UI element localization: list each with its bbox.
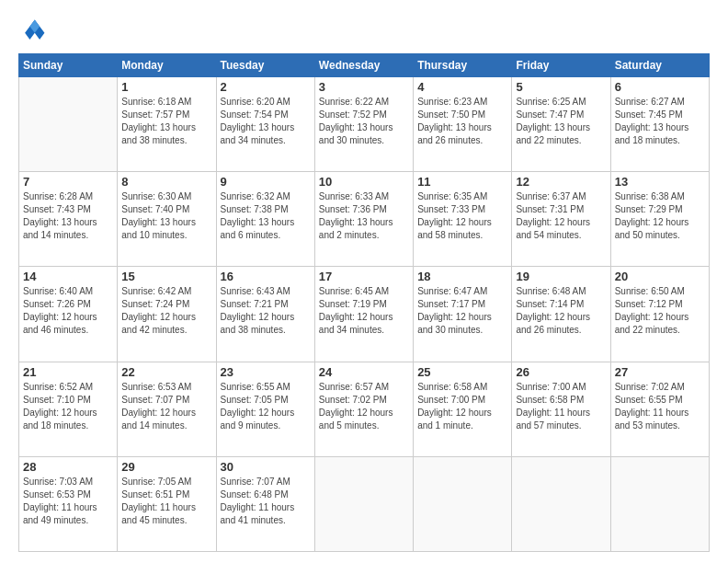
day-number: 5 [516, 80, 606, 94]
day-content: Sunrise: 6:28 AMSunset: 7:43 PMDaylight:… [23, 190, 113, 242]
day-number: 19 [516, 270, 606, 283]
logo [18, 17, 51, 46]
day-number: 4 [417, 80, 507, 94]
logo-icon [18, 17, 48, 46]
weekday-header: Saturday [610, 54, 709, 77]
calendar-cell: 11Sunrise: 6:35 AMSunset: 7:33 PMDayligh… [414, 172, 512, 267]
calendar-cell [414, 456, 512, 551]
calendar-cell: 6Sunrise: 6:27 AMSunset: 7:45 PMDaylight… [610, 77, 709, 172]
calendar-cell: 19Sunrise: 6:48 AMSunset: 7:14 PMDayligh… [512, 267, 610, 362]
calendar-cell: 1Sunrise: 6:18 AMSunset: 7:57 PMDaylight… [118, 77, 216, 172]
calendar-cell: 30Sunrise: 7:07 AMSunset: 6:48 PMDayligh… [216, 456, 314, 551]
day-content: Sunrise: 6:40 AMSunset: 7:26 PMDaylight:… [23, 285, 113, 337]
day-content: Sunrise: 6:20 AMSunset: 7:54 PMDaylight:… [221, 96, 311, 147]
day-number: 15 [121, 270, 211, 283]
day-number: 16 [221, 270, 311, 283]
day-content: Sunrise: 6:32 AMSunset: 7:38 PMDaylight:… [221, 190, 311, 242]
day-content: Sunrise: 6:53 AMSunset: 7:07 PMDaylight:… [121, 381, 211, 432]
calendar-week-row: 21Sunrise: 6:52 AMSunset: 7:10 PMDayligh… [19, 362, 710, 456]
day-content: Sunrise: 6:37 AMSunset: 7:31 PMDaylight:… [516, 190, 606, 242]
day-content: Sunrise: 6:38 AMSunset: 7:29 PMDaylight:… [615, 190, 705, 242]
calendar-cell [314, 456, 413, 551]
calendar-cell [610, 456, 709, 551]
calendar-cell: 23Sunrise: 6:55 AMSunset: 7:05 PMDayligh… [216, 362, 314, 456]
calendar-week-row: 1Sunrise: 6:18 AMSunset: 7:57 PMDaylight… [19, 77, 710, 172]
day-number: 24 [319, 365, 409, 379]
day-content: Sunrise: 6:48 AMSunset: 7:14 PMDaylight:… [516, 285, 606, 337]
day-number: 26 [516, 365, 606, 379]
day-number: 11 [417, 175, 507, 189]
calendar-cell [512, 456, 610, 551]
day-number: 14 [23, 270, 113, 283]
day-content: Sunrise: 6:55 AMSunset: 7:05 PMDaylight:… [221, 381, 311, 432]
calendar-cell: 17Sunrise: 6:45 AMSunset: 7:19 PMDayligh… [314, 267, 413, 362]
day-content: Sunrise: 6:23 AMSunset: 7:50 PMDaylight:… [417, 96, 507, 147]
calendar-cell: 26Sunrise: 7:00 AMSunset: 6:58 PMDayligh… [512, 362, 610, 456]
calendar-table: SundayMondayTuesdayWednesdayThursdayFrid… [18, 53, 710, 552]
calendar-cell: 15Sunrise: 6:42 AMSunset: 7:24 PMDayligh… [118, 267, 216, 362]
page-header [18, 17, 710, 46]
calendar-cell: 7Sunrise: 6:28 AMSunset: 7:43 PMDaylight… [19, 172, 118, 267]
calendar-cell: 8Sunrise: 6:30 AMSunset: 7:40 PMDaylight… [118, 172, 216, 267]
calendar-week-row: 28Sunrise: 7:03 AMSunset: 6:53 PMDayligh… [19, 456, 710, 551]
calendar-week-row: 7Sunrise: 6:28 AMSunset: 7:43 PMDaylight… [19, 172, 710, 267]
calendar-cell: 10Sunrise: 6:33 AMSunset: 7:36 PMDayligh… [314, 172, 413, 267]
day-content: Sunrise: 6:45 AMSunset: 7:19 PMDaylight:… [319, 285, 409, 337]
day-number: 25 [417, 365, 507, 379]
day-content: Sunrise: 6:58 AMSunset: 7:00 PMDaylight:… [417, 381, 507, 432]
calendar-cell: 22Sunrise: 6:53 AMSunset: 7:07 PMDayligh… [118, 362, 216, 456]
day-content: Sunrise: 7:07 AMSunset: 6:48 PMDaylight:… [221, 476, 311, 527]
day-content: Sunrise: 6:52 AMSunset: 7:10 PMDaylight:… [23, 381, 113, 432]
day-content: Sunrise: 6:50 AMSunset: 7:12 PMDaylight:… [615, 285, 705, 337]
day-number: 3 [319, 80, 409, 94]
calendar-cell: 14Sunrise: 6:40 AMSunset: 7:26 PMDayligh… [19, 267, 118, 362]
calendar-cell: 29Sunrise: 7:05 AMSunset: 6:51 PMDayligh… [118, 456, 216, 551]
weekday-header: Tuesday [216, 54, 314, 77]
calendar-cell: 20Sunrise: 6:50 AMSunset: 7:12 PMDayligh… [610, 267, 709, 362]
day-number: 13 [615, 175, 705, 189]
calendar-cell: 27Sunrise: 7:02 AMSunset: 6:55 PMDayligh… [610, 362, 709, 456]
day-number: 20 [615, 270, 705, 283]
day-content: Sunrise: 7:00 AMSunset: 6:58 PMDaylight:… [516, 381, 606, 432]
calendar-cell: 28Sunrise: 7:03 AMSunset: 6:53 PMDayligh… [19, 456, 118, 551]
day-number: 8 [121, 175, 211, 189]
weekday-header: Sunday [19, 54, 118, 77]
day-number: 28 [23, 460, 113, 474]
day-content: Sunrise: 6:18 AMSunset: 7:57 PMDaylight:… [121, 96, 211, 147]
calendar-cell: 18Sunrise: 6:47 AMSunset: 7:17 PMDayligh… [414, 267, 512, 362]
calendar-cell: 25Sunrise: 6:58 AMSunset: 7:00 PMDayligh… [414, 362, 512, 456]
day-number: 21 [23, 365, 113, 379]
day-content: Sunrise: 6:43 AMSunset: 7:21 PMDaylight:… [221, 285, 311, 337]
day-number: 27 [615, 365, 705, 379]
day-number: 30 [221, 460, 311, 474]
day-content: Sunrise: 6:57 AMSunset: 7:02 PMDaylight:… [319, 381, 409, 432]
day-content: Sunrise: 6:33 AMSunset: 7:36 PMDaylight:… [319, 190, 409, 242]
weekday-header: Wednesday [314, 54, 413, 77]
calendar-cell: 24Sunrise: 6:57 AMSunset: 7:02 PMDayligh… [314, 362, 413, 456]
day-content: Sunrise: 6:27 AMSunset: 7:45 PMDaylight:… [615, 96, 705, 147]
day-content: Sunrise: 6:30 AMSunset: 7:40 PMDaylight:… [121, 190, 211, 242]
calendar-cell: 16Sunrise: 6:43 AMSunset: 7:21 PMDayligh… [216, 267, 314, 362]
calendar-cell: 9Sunrise: 6:32 AMSunset: 7:38 PMDaylight… [216, 172, 314, 267]
day-content: Sunrise: 7:05 AMSunset: 6:51 PMDaylight:… [121, 476, 211, 527]
calendar-cell: 5Sunrise: 6:25 AMSunset: 7:47 PMDaylight… [512, 77, 610, 172]
day-number: 1 [121, 80, 211, 94]
calendar-cell: 4Sunrise: 6:23 AMSunset: 7:50 PMDaylight… [414, 77, 512, 172]
day-number: 2 [221, 80, 311, 94]
day-content: Sunrise: 6:47 AMSunset: 7:17 PMDaylight:… [417, 285, 507, 337]
calendar-cell: 21Sunrise: 6:52 AMSunset: 7:10 PMDayligh… [19, 362, 118, 456]
day-number: 17 [319, 270, 409, 283]
day-number: 29 [121, 460, 211, 474]
day-content: Sunrise: 6:35 AMSunset: 7:33 PMDaylight:… [417, 190, 507, 242]
calendar-cell [19, 77, 118, 172]
weekday-header: Friday [512, 54, 610, 77]
day-number: 18 [417, 270, 507, 283]
day-number: 22 [121, 365, 211, 379]
calendar-cell: 3Sunrise: 6:22 AMSunset: 7:52 PMDaylight… [314, 77, 413, 172]
day-number: 12 [516, 175, 606, 189]
day-content: Sunrise: 7:03 AMSunset: 6:53 PMDaylight:… [23, 476, 113, 527]
day-number: 6 [615, 80, 705, 94]
calendar-cell: 2Sunrise: 6:20 AMSunset: 7:54 PMDaylight… [216, 77, 314, 172]
day-number: 10 [319, 175, 409, 189]
day-number: 7 [23, 175, 113, 189]
